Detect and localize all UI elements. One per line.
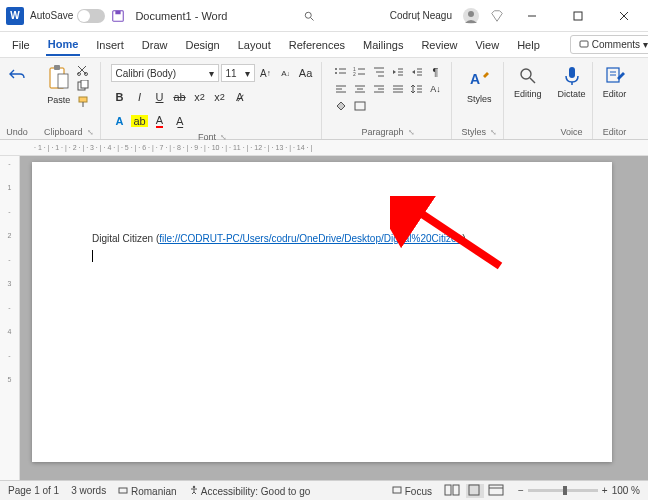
tab-design[interactable]: Design (183, 35, 221, 55)
document-page[interactable]: Digital Citizen (file://CODRUT-PC/Users/… (32, 162, 612, 462)
format-painter-icon[interactable] (76, 96, 92, 110)
close-button[interactable] (606, 2, 642, 30)
zoom-slider[interactable] (528, 489, 598, 492)
comments-button[interactable]: Comments ▾ (570, 35, 648, 54)
borders-icon[interactable] (351, 98, 369, 114)
justify-icon[interactable] (389, 81, 407, 97)
svg-point-54 (521, 69, 531, 79)
paste-button[interactable]: Paste (46, 64, 72, 105)
autosave-toggle[interactable]: AutoSave (30, 9, 105, 23)
line-spacing-icon[interactable] (408, 81, 426, 97)
editor-button[interactable]: Editor (603, 62, 627, 99)
menu-tabs: File Home Insert Draw Design Layout Refe… (0, 32, 648, 58)
cut-icon[interactable] (76, 64, 92, 78)
zoom-out-button[interactable]: − (518, 485, 524, 496)
tab-file[interactable]: File (10, 35, 32, 55)
editor-icon (603, 64, 627, 88)
subscript-button[interactable]: x2 (191, 88, 209, 106)
show-marks-icon[interactable]: ¶ (427, 64, 445, 80)
ribbon: Undo Paste Clipboard⤡ Calibri (Body)▾ 11… (0, 58, 648, 140)
page-scroll-area[interactable]: Digital Citizen (file://CODRUT-PC/Users/… (20, 156, 648, 480)
underline-button[interactable]: U (151, 88, 169, 106)
tab-help[interactable]: Help (515, 35, 542, 55)
focus-mode-button[interactable]: Focus (392, 485, 432, 497)
zoom-level[interactable]: 100 % (612, 485, 640, 496)
highlight-icon[interactable]: ab (131, 112, 149, 130)
tab-insert[interactable]: Insert (94, 35, 126, 55)
language-status[interactable]: Romanian (118, 485, 176, 497)
print-layout-icon[interactable] (466, 484, 484, 498)
vertical-ruler[interactable]: -1-2-3-4-5 (0, 156, 20, 480)
minimize-button[interactable] (514, 2, 550, 30)
tab-view[interactable]: View (473, 35, 501, 55)
italic-button[interactable]: I (131, 88, 149, 106)
text-effects-icon[interactable]: A (111, 112, 129, 130)
premium-diamond-icon[interactable] (490, 9, 504, 23)
increase-font-icon[interactable]: A↑ (257, 64, 275, 82)
align-center-icon[interactable] (351, 81, 369, 97)
font-size-select[interactable]: 11▾ (221, 64, 255, 82)
styles-button[interactable]: A Styles (467, 64, 492, 104)
font-group-label: Font (198, 132, 216, 142)
zoom-in-button[interactable]: + (602, 485, 608, 496)
decrease-font-icon[interactable]: A↓ (277, 64, 295, 82)
word-count[interactable]: 3 words (71, 485, 106, 496)
bullets-icon[interactable] (332, 64, 350, 80)
bold-button[interactable]: B (111, 88, 129, 106)
word-app-icon: W (6, 7, 24, 25)
dialog-launcher-icon[interactable]: ⤡ (220, 133, 227, 142)
tab-home[interactable]: Home (46, 34, 81, 56)
search-icon[interactable] (303, 10, 315, 22)
save-icon[interactable] (111, 9, 125, 23)
zoom-control[interactable]: − + 100 % (518, 485, 640, 496)
read-mode-icon[interactable] (444, 484, 462, 498)
shading-icon[interactable] (332, 98, 350, 114)
hyperlink[interactable]: file://CODRUT-PC/Users/codru/OneDrive/De… (159, 233, 462, 244)
user-avatar-icon[interactable] (462, 7, 480, 25)
character-border-icon[interactable]: A̲ (171, 112, 189, 130)
numbering-icon[interactable]: 12 (351, 64, 369, 80)
tab-review[interactable]: Review (419, 35, 459, 55)
multilevel-list-icon[interactable] (370, 64, 388, 80)
tab-layout[interactable]: Layout (236, 35, 273, 55)
copy-icon[interactable] (76, 80, 92, 94)
svg-rect-67 (469, 485, 479, 495)
svg-rect-18 (79, 97, 87, 102)
undo-button[interactable] (6, 64, 28, 86)
maximize-button[interactable] (560, 2, 596, 30)
horizontal-ruler[interactable]: · 1 · | · 1 · | · 2 · | · 3 · | · 4 · | … (0, 140, 648, 156)
paste-icon (46, 64, 72, 94)
document-title: Document1 - Word (135, 10, 227, 22)
font-name-select[interactable]: Calibri (Body)▾ (111, 64, 219, 82)
svg-rect-65 (445, 485, 451, 495)
tab-mailings[interactable]: Mailings (361, 35, 405, 55)
clipboard-group-label: Clipboard (44, 127, 83, 137)
find-icon (516, 64, 540, 88)
change-case-icon[interactable]: Aa (297, 64, 315, 82)
svg-rect-12 (54, 65, 60, 70)
accessibility-status[interactable]: Accessibility: Good to go (189, 485, 311, 497)
body-text: Digital Citizen ( (92, 233, 159, 244)
dictate-button[interactable]: Dictate (558, 62, 586, 99)
align-right-icon[interactable] (370, 81, 388, 97)
editing-button[interactable]: Editing (514, 62, 542, 99)
tab-references[interactable]: References (287, 35, 347, 55)
dialog-launcher-icon[interactable]: ⤡ (490, 128, 497, 137)
styles-group-label: Styles (462, 127, 487, 137)
strikethrough-button[interactable]: ab (171, 88, 189, 106)
body-text-suffix: ) (462, 233, 465, 244)
tab-draw[interactable]: Draw (140, 35, 170, 55)
superscript-button[interactable]: x2 (211, 88, 229, 106)
sort-icon[interactable]: A↓ (427, 81, 445, 97)
increase-indent-icon[interactable] (408, 64, 426, 80)
align-left-icon[interactable] (332, 81, 350, 97)
status-bar: Page 1 of 1 3 words Romanian Accessibili… (0, 480, 648, 500)
page-count[interactable]: Page 1 of 1 (8, 485, 59, 496)
web-layout-icon[interactable] (488, 484, 506, 498)
clear-formatting-icon[interactable]: A̷ (231, 88, 249, 106)
dialog-launcher-icon[interactable]: ⤡ (87, 128, 94, 137)
toggle-switch-icon[interactable] (77, 9, 105, 23)
decrease-indent-icon[interactable] (389, 64, 407, 80)
font-color-icon[interactable]: A (151, 112, 169, 130)
dialog-launcher-icon[interactable]: ⤡ (408, 128, 415, 137)
